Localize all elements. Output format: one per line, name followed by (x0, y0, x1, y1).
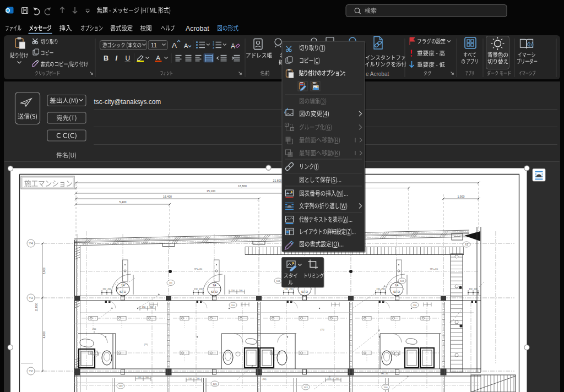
svg-text:105: 105 (213, 383, 218, 385)
svg-text:16,800: 16,800 (238, 184, 247, 188)
svg-text:200: 200 (474, 287, 478, 290)
svg-text:SFD: SFD (120, 290, 127, 293)
svg-text:Acrobat: Acrobat (186, 25, 209, 32)
svg-text:150: 150 (102, 287, 106, 290)
svg-text:tsc-city@tanaksys.com: tsc-city@tanaksys.com (94, 98, 161, 106)
svg-text:103: 103 (304, 386, 308, 389)
svg-text:100: 100 (384, 386, 388, 389)
svg-text:116: 116 (413, 304, 417, 307)
svg-text:200: 200 (150, 306, 154, 308)
svg-text:14: 14 (213, 284, 216, 287)
svg-text:Y2: Y2 (29, 369, 33, 373)
svg-text:3,800: 3,800 (42, 268, 46, 275)
svg-text:SFD: SFD (211, 290, 218, 293)
svg-text:9FL+3C: 9FL+3C (430, 268, 438, 270)
svg-text:4,800: 4,800 (42, 331, 46, 339)
svg-text:(30): (30) (262, 378, 267, 380)
svg-text:150: 150 (194, 287, 198, 290)
svg-text:(25): (25) (144, 343, 148, 346)
svg-text:A: A (156, 55, 160, 61)
svg-text:200: 200 (239, 289, 243, 292)
svg-text:1,900: 1,900 (458, 195, 465, 198)
svg-text:11,800: 11,800 (35, 303, 38, 311)
svg-text:110: 110 (231, 304, 235, 307)
svg-text:SFD: SFD (393, 290, 400, 293)
svg-text:150: 150 (376, 287, 380, 290)
svg-text:150: 150 (328, 377, 332, 380)
svg-text:200: 200 (93, 328, 96, 330)
svg-text:21,800: 21,800 (273, 179, 282, 182)
svg-text:U: U (126, 55, 131, 62)
svg-text:B: B (104, 55, 109, 62)
svg-text:SFD: SFD (301, 290, 308, 293)
svg-text:150: 150 (469, 287, 473, 290)
svg-text:200: 200 (145, 376, 149, 379)
svg-text:15,100: 15,100 (207, 189, 215, 193)
svg-text:200: 200 (107, 287, 111, 290)
svg-text:150: 150 (188, 377, 192, 380)
svg-text:Y4: Y4 (29, 242, 33, 245)
svg-text:108: 108 (276, 280, 281, 282)
svg-text:5,400: 5,400 (120, 200, 127, 204)
svg-text:150: 150 (231, 289, 235, 292)
svg-text:I: I (116, 55, 118, 62)
svg-text:e Acrobat: e Acrobat (366, 71, 389, 77)
svg-text:A: A (184, 42, 188, 49)
svg-text:3: 3 (213, 46, 214, 50)
svg-text:200: 200 (335, 377, 339, 380)
svg-text:Y3: Y3 (29, 296, 33, 300)
svg-text:9FL+3C: 9FL+3C (194, 268, 202, 270)
svg-text:(25): (25) (320, 328, 324, 331)
svg-text:9FL+35: 9FL+35 (381, 372, 388, 375)
svg-text:11: 11 (151, 42, 157, 48)
svg-text:A: A (231, 42, 235, 50)
svg-text:150: 150 (138, 376, 142, 379)
svg-text:200: 200 (199, 287, 203, 290)
svg-text:113: 113 (119, 385, 123, 388)
svg-text:109: 109 (400, 280, 405, 282)
svg-text:111: 111 (169, 281, 173, 284)
svg-text:14: 14 (395, 284, 399, 287)
svg-text:150: 150 (142, 306, 146, 308)
svg-text:X3: X3 (465, 243, 468, 246)
svg-text:200: 200 (196, 377, 200, 380)
svg-text:16,400: 16,400 (163, 195, 172, 198)
svg-text:A: A (172, 41, 177, 50)
